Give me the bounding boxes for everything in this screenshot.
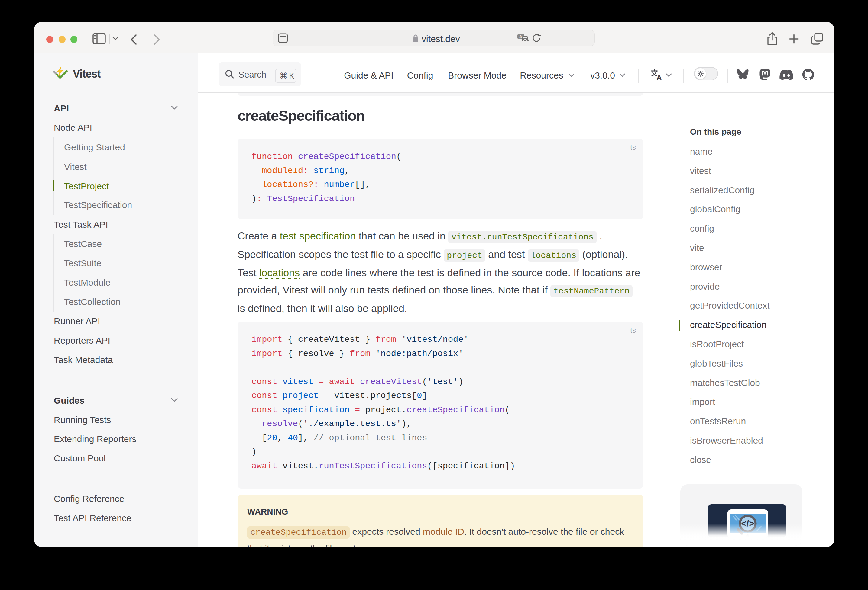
svg-text:A: A xyxy=(657,74,661,81)
svg-text:A: A xyxy=(519,34,523,39)
